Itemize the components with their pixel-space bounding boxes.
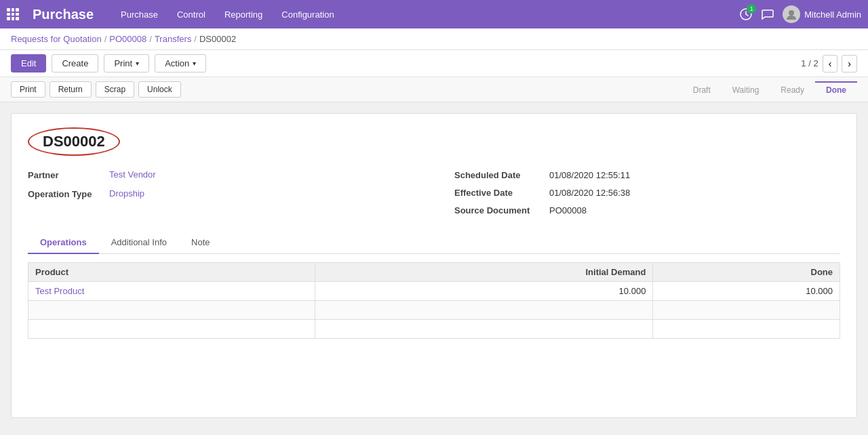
return-button[interactable]: Return bbox=[50, 81, 92, 98]
operations-table: Product Initial Demand Done Test Product… bbox=[28, 262, 840, 339]
table-row: Test Product 10.000 10.000 bbox=[28, 282, 840, 301]
scheduled-date-value: 01/08/2020 12:55:11 bbox=[549, 170, 630, 180]
print-label: Print bbox=[114, 58, 132, 68]
status-done[interactable]: Done bbox=[815, 81, 857, 98]
nav-control[interactable]: Control bbox=[170, 7, 212, 22]
scrap-button[interactable]: Scrap bbox=[96, 81, 134, 98]
cell-product: Test Product bbox=[28, 282, 315, 301]
unlock-button[interactable]: Unlock bbox=[138, 81, 181, 98]
action-bar: Edit Create Print ▾ Action ▾ 1 / 2 ‹ › bbox=[0, 50, 868, 77]
edit-button[interactable]: Edit bbox=[11, 54, 46, 72]
print-button[interactable]: Print ▾ bbox=[104, 54, 149, 72]
partner-label: Partner bbox=[28, 169, 102, 180]
topbar: Purchase Purchase Control Reporting Conf… bbox=[0, 0, 868, 28]
table-header-row: Product Initial Demand Done bbox=[28, 263, 840, 282]
breadcrumb-po[interactable]: PO00008 bbox=[109, 34, 146, 44]
avatar bbox=[783, 5, 800, 23]
breadcrumb-transfers[interactable]: Transfers bbox=[155, 34, 191, 44]
status-ready[interactable]: Ready bbox=[770, 81, 815, 98]
col-initial-demand: Initial Demand bbox=[315, 263, 653, 282]
svg-point-1 bbox=[789, 10, 794, 16]
print-caret: ▾ bbox=[136, 60, 139, 67]
tab-additional-info[interactable]: Additional Info bbox=[99, 232, 179, 254]
effective-date-row: Effective Date 01/08/2020 12:56:38 bbox=[454, 187, 840, 198]
source-document-row: Source Document PO00008 bbox=[454, 205, 840, 215]
app-title[interactable]: Purchase bbox=[33, 7, 94, 22]
form-section: Partner Test Vendor Operation Type Drops… bbox=[28, 169, 840, 215]
tab-note[interactable]: Note bbox=[179, 232, 222, 254]
create-button[interactable]: Create bbox=[52, 54, 98, 72]
breadcrumb-current: DS00002 bbox=[199, 34, 236, 44]
scheduled-date-row: Scheduled Date 01/08/2020 12:55:11 bbox=[454, 169, 840, 180]
action-caret: ▾ bbox=[193, 60, 196, 67]
form-left: Partner Test Vendor Operation Type Drops… bbox=[28, 169, 414, 215]
action-label: Action bbox=[165, 58, 189, 68]
operation-type-label: Operation Type bbox=[28, 188, 102, 199]
chat-icon[interactable] bbox=[761, 7, 774, 21]
sep-1: / bbox=[104, 34, 107, 44]
status-waiting[interactable]: Waiting bbox=[722, 81, 770, 98]
col-product: Product bbox=[28, 263, 315, 282]
tab-operations[interactable]: Operations bbox=[28, 232, 99, 254]
nav-configuration[interactable]: Configuration bbox=[275, 7, 340, 22]
table-row-empty-2 bbox=[28, 320, 840, 339]
record-card: DS00002 Partner Test Vendor Operation Ty… bbox=[11, 113, 857, 418]
product-link[interactable]: Test Product bbox=[35, 286, 84, 296]
effective-date-value: 01/08/2020 12:56:38 bbox=[549, 188, 630, 198]
sub-action-bar: Print Return Scrap Unlock Draft Waiting … bbox=[0, 77, 868, 102]
next-button[interactable]: › bbox=[842, 55, 857, 72]
main-content: DS00002 Partner Test Vendor Operation Ty… bbox=[0, 102, 868, 429]
action-button[interactable]: Action ▾ bbox=[155, 54, 206, 72]
source-document-value: PO00008 bbox=[549, 205, 587, 215]
user-menu[interactable]: Mitchell Admin bbox=[783, 5, 861, 23]
operation-type-value[interactable]: Dropship bbox=[109, 188, 144, 199]
table-row-empty-1 bbox=[28, 301, 840, 320]
status-bar: Draft Waiting Ready Done bbox=[682, 81, 857, 98]
pagination-info: 1 / 2 bbox=[801, 58, 818, 68]
scheduled-date-label: Scheduled Date bbox=[454, 169, 542, 180]
record-id: DS00002 bbox=[28, 127, 120, 156]
notification-icon[interactable]: 1 bbox=[739, 7, 753, 21]
form-right: Scheduled Date 01/08/2020 12:55:11 Effec… bbox=[454, 169, 840, 215]
topbar-right: 1 Mitchell Admin bbox=[739, 5, 861, 23]
user-name: Mitchell Admin bbox=[804, 9, 861, 20]
nav-reporting[interactable]: Reporting bbox=[218, 7, 269, 22]
top-nav: Purchase Control Reporting Configuration bbox=[114, 7, 726, 22]
partner-row: Partner Test Vendor bbox=[28, 169, 414, 180]
col-done: Done bbox=[653, 263, 840, 282]
notification-badge: 1 bbox=[747, 4, 756, 14]
grid-icon[interactable] bbox=[7, 8, 19, 20]
sep-3: / bbox=[194, 34, 197, 44]
pagination-area: 1 / 2 ‹ › bbox=[801, 55, 857, 72]
sep-2: / bbox=[149, 34, 152, 44]
status-draft[interactable]: Draft bbox=[682, 81, 722, 98]
cell-done: 10.000 bbox=[653, 282, 840, 301]
breadcrumb-rfq[interactable]: Requests for Quotation bbox=[11, 34, 102, 44]
cell-initial-demand: 10.000 bbox=[315, 282, 653, 301]
tabs-bar: Operations Additional Info Note bbox=[28, 232, 840, 254]
operation-type-row: Operation Type Dropship bbox=[28, 188, 414, 199]
sub-print-button[interactable]: Print bbox=[11, 81, 45, 98]
partner-value[interactable]: Test Vendor bbox=[109, 169, 156, 180]
breadcrumb: Requests for Quotation / PO00008 / Trans… bbox=[0, 28, 868, 50]
nav-purchase[interactable]: Purchase bbox=[114, 7, 165, 22]
effective-date-label: Effective Date bbox=[454, 187, 542, 198]
prev-button[interactable]: ‹ bbox=[823, 55, 838, 72]
source-document-label: Source Document bbox=[454, 205, 542, 215]
